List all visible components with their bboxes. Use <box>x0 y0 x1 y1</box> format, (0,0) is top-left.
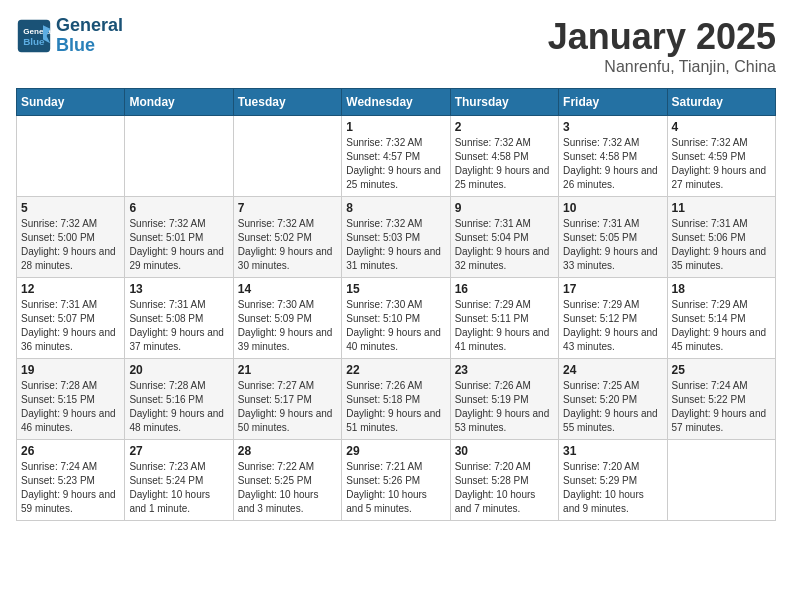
day-number: 25 <box>672 363 771 377</box>
day-info: Sunrise: 7:23 AM Sunset: 5:24 PM Dayligh… <box>129 460 228 516</box>
day-info: Sunrise: 7:27 AM Sunset: 5:17 PM Dayligh… <box>238 379 337 435</box>
day-info: Sunrise: 7:29 AM Sunset: 5:11 PM Dayligh… <box>455 298 554 354</box>
location-title: Nanrenfu, Tianjin, China <box>548 58 776 76</box>
calendar-cell: 15Sunrise: 7:30 AM Sunset: 5:10 PM Dayli… <box>342 278 450 359</box>
day-number: 26 <box>21 444 120 458</box>
calendar-cell: 7Sunrise: 7:32 AM Sunset: 5:02 PM Daylig… <box>233 197 341 278</box>
day-number: 7 <box>238 201 337 215</box>
calendar-cell: 8Sunrise: 7:32 AM Sunset: 5:03 PM Daylig… <box>342 197 450 278</box>
day-number: 19 <box>21 363 120 377</box>
calendar-cell: 21Sunrise: 7:27 AM Sunset: 5:17 PM Dayli… <box>233 359 341 440</box>
day-info: Sunrise: 7:25 AM Sunset: 5:20 PM Dayligh… <box>563 379 662 435</box>
day-number: 9 <box>455 201 554 215</box>
day-info: Sunrise: 7:32 AM Sunset: 4:58 PM Dayligh… <box>563 136 662 192</box>
day-number: 27 <box>129 444 228 458</box>
day-info: Sunrise: 7:24 AM Sunset: 5:22 PM Dayligh… <box>672 379 771 435</box>
day-number: 6 <box>129 201 228 215</box>
day-number: 18 <box>672 282 771 296</box>
day-number: 8 <box>346 201 445 215</box>
day-number: 22 <box>346 363 445 377</box>
calendar-cell: 27Sunrise: 7:23 AM Sunset: 5:24 PM Dayli… <box>125 440 233 521</box>
day-number: 31 <box>563 444 662 458</box>
calendar-cell: 25Sunrise: 7:24 AM Sunset: 5:22 PM Dayli… <box>667 359 775 440</box>
calendar-cell: 29Sunrise: 7:21 AM Sunset: 5:26 PM Dayli… <box>342 440 450 521</box>
calendar-cell: 20Sunrise: 7:28 AM Sunset: 5:16 PM Dayli… <box>125 359 233 440</box>
calendar-cell <box>17 116 125 197</box>
week-row-2: 5Sunrise: 7:32 AM Sunset: 5:00 PM Daylig… <box>17 197 776 278</box>
day-info: Sunrise: 7:31 AM Sunset: 5:07 PM Dayligh… <box>21 298 120 354</box>
calendar-cell: 4Sunrise: 7:32 AM Sunset: 4:59 PM Daylig… <box>667 116 775 197</box>
weekday-header-row: SundayMondayTuesdayWednesdayThursdayFrid… <box>17 89 776 116</box>
day-info: Sunrise: 7:26 AM Sunset: 5:19 PM Dayligh… <box>455 379 554 435</box>
weekday-header-wednesday: Wednesday <box>342 89 450 116</box>
week-row-4: 19Sunrise: 7:28 AM Sunset: 5:15 PM Dayli… <box>17 359 776 440</box>
logo-text-blue: Blue <box>56 36 123 56</box>
calendar: SundayMondayTuesdayWednesdayThursdayFrid… <box>16 88 776 521</box>
calendar-cell: 2Sunrise: 7:32 AM Sunset: 4:58 PM Daylig… <box>450 116 558 197</box>
day-info: Sunrise: 7:32 AM Sunset: 5:03 PM Dayligh… <box>346 217 445 273</box>
day-number: 2 <box>455 120 554 134</box>
calendar-cell: 30Sunrise: 7:20 AM Sunset: 5:28 PM Dayli… <box>450 440 558 521</box>
day-info: Sunrise: 7:20 AM Sunset: 5:28 PM Dayligh… <box>455 460 554 516</box>
day-info: Sunrise: 7:20 AM Sunset: 5:29 PM Dayligh… <box>563 460 662 516</box>
day-number: 1 <box>346 120 445 134</box>
day-info: Sunrise: 7:32 AM Sunset: 4:59 PM Dayligh… <box>672 136 771 192</box>
day-info: Sunrise: 7:32 AM Sunset: 4:57 PM Dayligh… <box>346 136 445 192</box>
day-number: 14 <box>238 282 337 296</box>
day-number: 12 <box>21 282 120 296</box>
calendar-cell: 17Sunrise: 7:29 AM Sunset: 5:12 PM Dayli… <box>559 278 667 359</box>
calendar-cell: 28Sunrise: 7:22 AM Sunset: 5:25 PM Dayli… <box>233 440 341 521</box>
calendar-cell: 10Sunrise: 7:31 AM Sunset: 5:05 PM Dayli… <box>559 197 667 278</box>
calendar-cell: 5Sunrise: 7:32 AM Sunset: 5:00 PM Daylig… <box>17 197 125 278</box>
day-info: Sunrise: 7:30 AM Sunset: 5:09 PM Dayligh… <box>238 298 337 354</box>
day-number: 30 <box>455 444 554 458</box>
day-info: Sunrise: 7:29 AM Sunset: 5:12 PM Dayligh… <box>563 298 662 354</box>
logo: General Blue General Blue <box>16 16 123 56</box>
day-info: Sunrise: 7:31 AM Sunset: 5:04 PM Dayligh… <box>455 217 554 273</box>
day-info: Sunrise: 7:29 AM Sunset: 5:14 PM Dayligh… <box>672 298 771 354</box>
calendar-cell <box>125 116 233 197</box>
calendar-cell: 23Sunrise: 7:26 AM Sunset: 5:19 PM Dayli… <box>450 359 558 440</box>
day-info: Sunrise: 7:21 AM Sunset: 5:26 PM Dayligh… <box>346 460 445 516</box>
weekday-header-sunday: Sunday <box>17 89 125 116</box>
day-number: 4 <box>672 120 771 134</box>
logo-icon: General Blue <box>16 18 52 54</box>
calendar-cell <box>667 440 775 521</box>
day-info: Sunrise: 7:32 AM Sunset: 5:01 PM Dayligh… <box>129 217 228 273</box>
day-info: Sunrise: 7:28 AM Sunset: 5:15 PM Dayligh… <box>21 379 120 435</box>
day-info: Sunrise: 7:31 AM Sunset: 5:08 PM Dayligh… <box>129 298 228 354</box>
day-number: 17 <box>563 282 662 296</box>
calendar-cell: 14Sunrise: 7:30 AM Sunset: 5:09 PM Dayli… <box>233 278 341 359</box>
calendar-cell: 24Sunrise: 7:25 AM Sunset: 5:20 PM Dayli… <box>559 359 667 440</box>
day-info: Sunrise: 7:31 AM Sunset: 5:05 PM Dayligh… <box>563 217 662 273</box>
calendar-cell: 13Sunrise: 7:31 AM Sunset: 5:08 PM Dayli… <box>125 278 233 359</box>
day-info: Sunrise: 7:31 AM Sunset: 5:06 PM Dayligh… <box>672 217 771 273</box>
calendar-cell: 22Sunrise: 7:26 AM Sunset: 5:18 PM Dayli… <box>342 359 450 440</box>
calendar-cell: 11Sunrise: 7:31 AM Sunset: 5:06 PM Dayli… <box>667 197 775 278</box>
logo-text-general: General <box>56 16 123 36</box>
day-number: 13 <box>129 282 228 296</box>
day-number: 23 <box>455 363 554 377</box>
calendar-cell: 31Sunrise: 7:20 AM Sunset: 5:29 PM Dayli… <box>559 440 667 521</box>
day-number: 16 <box>455 282 554 296</box>
weekday-header-saturday: Saturday <box>667 89 775 116</box>
calendar-cell: 6Sunrise: 7:32 AM Sunset: 5:01 PM Daylig… <box>125 197 233 278</box>
day-info: Sunrise: 7:24 AM Sunset: 5:23 PM Dayligh… <box>21 460 120 516</box>
calendar-cell: 1Sunrise: 7:32 AM Sunset: 4:57 PM Daylig… <box>342 116 450 197</box>
day-number: 29 <box>346 444 445 458</box>
calendar-cell: 16Sunrise: 7:29 AM Sunset: 5:11 PM Dayli… <box>450 278 558 359</box>
calendar-cell: 12Sunrise: 7:31 AM Sunset: 5:07 PM Dayli… <box>17 278 125 359</box>
day-info: Sunrise: 7:28 AM Sunset: 5:16 PM Dayligh… <box>129 379 228 435</box>
day-info: Sunrise: 7:32 AM Sunset: 5:02 PM Dayligh… <box>238 217 337 273</box>
day-info: Sunrise: 7:26 AM Sunset: 5:18 PM Dayligh… <box>346 379 445 435</box>
calendar-cell: 3Sunrise: 7:32 AM Sunset: 4:58 PM Daylig… <box>559 116 667 197</box>
calendar-cell: 26Sunrise: 7:24 AM Sunset: 5:23 PM Dayli… <box>17 440 125 521</box>
day-info: Sunrise: 7:22 AM Sunset: 5:25 PM Dayligh… <box>238 460 337 516</box>
day-number: 5 <box>21 201 120 215</box>
calendar-cell <box>233 116 341 197</box>
day-number: 28 <box>238 444 337 458</box>
title-area: January 2025 Nanrenfu, Tianjin, China <box>548 16 776 76</box>
day-info: Sunrise: 7:32 AM Sunset: 4:58 PM Dayligh… <box>455 136 554 192</box>
header: General Blue General Blue January 2025 N… <box>16 16 776 76</box>
week-row-5: 26Sunrise: 7:24 AM Sunset: 5:23 PM Dayli… <box>17 440 776 521</box>
